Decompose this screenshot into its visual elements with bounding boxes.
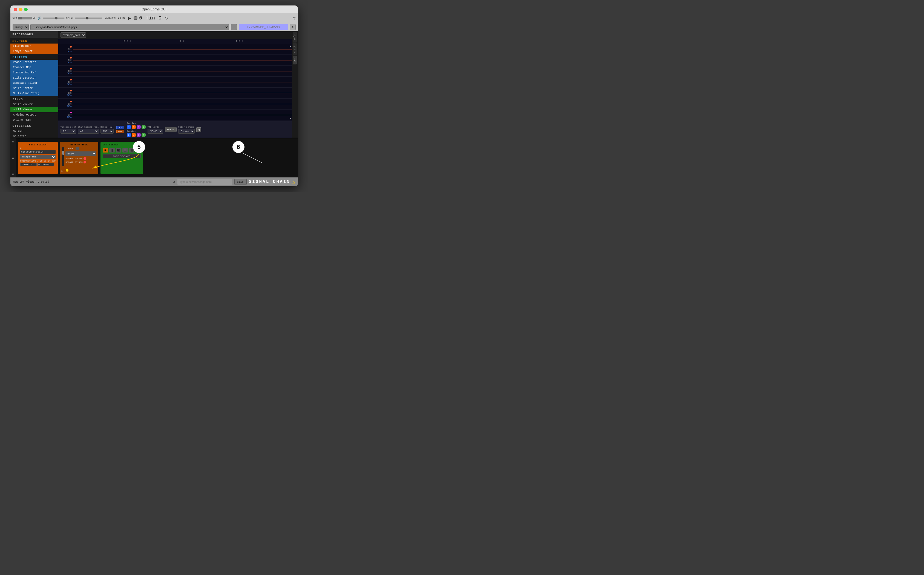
overlay-btn-7[interactable]: 7 <box>141 125 146 129</box>
ch3-name: CH3 <box>68 70 71 72</box>
maximize-button[interactable] <box>24 8 28 11</box>
bottom-bar: New LFP Viewer created ▲ Save SIGNAL CHA… <box>10 178 298 186</box>
gate-control: GATE: <box>66 17 102 19</box>
timebase-label: Timebase (s) <box>60 125 76 128</box>
ttl-label: TTL word: <box>148 125 163 128</box>
overlay-btn-1[interactable]: 1 <box>127 125 131 129</box>
channel-row-ch4: CH4 DATA <box>58 77 292 87</box>
scroll-down-icon[interactable]: ▼ <box>289 117 291 120</box>
sidebar-item-merger[interactable]: Merger <box>10 129 58 133</box>
rms-button[interactable]: RMS <box>116 130 124 133</box>
node-file-reader: FILE READER F: structure.oebin example_d… <box>18 142 58 174</box>
tab-graph[interactable]: Graph <box>293 43 297 55</box>
tab-info[interactable]: Info <box>293 32 297 43</box>
browse-button[interactable]: ... <box>231 24 237 30</box>
record-node-bottom-dots: A <box>61 168 68 173</box>
format-select[interactable]: Binary <box>13 24 29 30</box>
sidebar-item-spike-viewer[interactable]: Spike Viewer <box>10 102 58 107</box>
expand-icon[interactable]: ▽ <box>293 16 295 21</box>
colorscheme-select[interactable]: Classic <box>178 129 195 133</box>
chanheight-select[interactable]: 40 <box>78 129 99 133</box>
titlebar: Open Ephys GUI <box>10 5 298 13</box>
tab-lfp[interactable]: LFP <box>293 56 297 64</box>
sidebar-item-splitter[interactable]: Splitter <box>10 133 58 138</box>
events-btn-8[interactable]: 8 <box>141 133 146 137</box>
timebase-select[interactable]: 2.0 <box>60 129 76 133</box>
timer-display: 0 min 0 s <box>139 15 168 21</box>
events-btn-4[interactable]: 4 <box>132 133 136 137</box>
sc-nav-down[interactable]: ▼ <box>11 173 15 176</box>
lfp-icon-square[interactable]: ■ <box>103 148 108 152</box>
sidebar-item-arduino[interactable]: Arduino Output <box>10 112 58 118</box>
sidebar-item-spike-detector[interactable]: Spike Detector <box>10 75 58 81</box>
scroll-up-icon[interactable]: ▲ <box>289 45 291 48</box>
range-label: Range (uV) <box>100 125 114 128</box>
lfp-sync-button[interactable]: SYNC DISPLAYS <box>103 154 141 158</box>
path-select[interactable]: /Users/josh/Documents/Open Ephys <box>30 24 229 30</box>
data-button[interactable]: DATA <box>116 125 124 129</box>
overlay-row-1: 1 3 5 7 <box>127 125 146 129</box>
file-reader-end-input[interactable] <box>38 163 54 166</box>
record-node-format-select[interactable]: Binary <box>65 151 96 156</box>
record-node-browse-btn[interactable]: ... <box>76 147 80 150</box>
sc-nav-up[interactable]: ▲ <box>11 139 15 143</box>
sidebar-item-common-avg-ref[interactable]: Common Avg Ref <box>10 70 58 75</box>
minimize-button[interactable] <box>19 8 22 11</box>
section-utilities: UTILITIES <box>10 123 58 129</box>
record-node-path: /Users/ ... <box>65 147 96 150</box>
channel-select[interactable]: example_data <box>60 32 86 38</box>
close-button[interactable] <box>14 8 17 11</box>
play-button[interactable]: ▶ <box>127 16 132 21</box>
overlay-section: Overlay 1 3 5 7 Events: 2 4 6 8 <box>127 122 146 137</box>
ch7-type: DATA <box>67 116 72 118</box>
lfp-icon-bars[interactable]: ☰ <box>122 148 128 152</box>
file-reader-filename: structure.oebin <box>20 150 56 154</box>
sidebar-item-spike-sorter[interactable]: Spike Sorter <box>10 86 58 91</box>
section-sinks: SINKS <box>10 96 58 102</box>
file-reader-start-input[interactable] <box>20 163 37 166</box>
sidebar-item-online-psth[interactable]: Online PSTH <box>10 118 58 123</box>
sidebar-item-phase-detector[interactable]: Phase Detector <box>10 60 58 65</box>
rec-bar-icon[interactable]: ⊞ <box>290 24 296 30</box>
sidebar: PROCESSORS SOURCES File Reader Ephys Soc… <box>10 31 58 138</box>
cpu-bar-fill <box>18 17 22 19</box>
sidebar-item-lfp-viewer[interactable]: > LFP Viewer <box>10 107 58 112</box>
sidebar-item-channel-map[interactable]: Channel Map <box>10 65 58 70</box>
volume-slider[interactable] <box>43 17 65 19</box>
cpu-label: CPU <box>13 17 17 19</box>
sidebar-item-multiband[interactable]: Multi-Band Integ <box>10 91 58 96</box>
filename-input[interactable] <box>239 24 288 30</box>
ttl-select[interactable]: NONE <box>148 129 163 133</box>
range-select[interactable]: 250 <box>100 129 114 133</box>
ch7-waveform <box>73 110 292 120</box>
events-btn-6[interactable]: 6 <box>137 133 141 137</box>
main-content: PROCESSORS SOURCES File Reader Ephys Soc… <box>10 31 298 138</box>
ch7-dot <box>70 112 72 113</box>
sidebar-item-bandpass-filter[interactable]: Bandpass Filter <box>10 81 58 86</box>
ch1-name: CH1 <box>68 48 71 50</box>
gate-label: GATE: <box>66 17 74 19</box>
channel-row-ch2: CH2 DATA <box>58 55 292 66</box>
ch6-dot <box>70 101 72 102</box>
file-reader-data-select[interactable]: example_data <box>20 155 56 159</box>
time-label-05: 0.5 s <box>124 40 131 43</box>
colorscheme-prev-button[interactable]: ◀ <box>196 127 201 132</box>
record-events-label: RECORD EVENTS <box>65 157 83 160</box>
sidebar-item-ephys-socket[interactable]: Ephys Socket <box>10 49 58 54</box>
lfp-icon-lines1[interactable]: ∥ <box>109 148 115 152</box>
record-indicator <box>133 16 137 20</box>
callout-6: 6 <box>232 141 244 153</box>
pause-button[interactable]: Pause <box>165 127 177 132</box>
data-buttons: DATA RMS <box>116 125 124 133</box>
events-btn-2[interactable]: 2 <box>127 133 131 137</box>
time-label-1: 1 s <box>179 40 184 43</box>
record-node-slider[interactable] <box>62 147 64 166</box>
gate-slider[interactable] <box>75 17 102 19</box>
lfp-icon-lines2[interactable]: ⊞ <box>116 148 121 152</box>
file-reader-title: FILE READER <box>20 143 56 146</box>
save-button[interactable]: Save <box>234 179 247 185</box>
overlay-btn-5[interactable]: 5 <box>137 125 141 129</box>
overlay-btn-3[interactable]: 3 <box>132 125 136 129</box>
sidebar-item-file-reader[interactable]: File Reader <box>10 43 58 49</box>
message-input[interactable] <box>178 179 232 185</box>
